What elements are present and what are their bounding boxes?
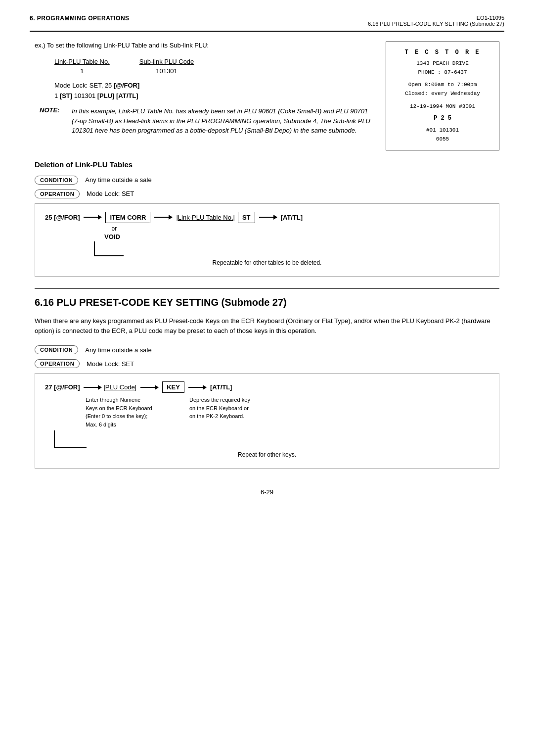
plu-arrow2 bbox=[140, 387, 158, 388]
page: 6. PROGRAMMING OPERATIONS EO1-11095 6.16… bbox=[0, 0, 534, 756]
bottom-bracket bbox=[94, 241, 489, 256]
deletion-condition-badge: CONDITION bbox=[35, 176, 78, 185]
plu-bottom-bracket bbox=[54, 430, 489, 448]
arrowhead2 bbox=[169, 215, 173, 220]
arrowhead3 bbox=[273, 215, 277, 220]
plu-section-desc: When there are any keys programmed as PL… bbox=[35, 316, 499, 337]
sub1-l1: Enter through Numeric bbox=[86, 396, 165, 404]
st-box: ST bbox=[238, 212, 255, 223]
plu-arrowhead2 bbox=[155, 385, 159, 390]
receipt-code1: #01 101301 bbox=[394, 126, 491, 135]
plu-attl-end: [AT/TL] bbox=[210, 383, 232, 391]
sub2-l2: on the ECR Keyboard or bbox=[189, 404, 268, 413]
plu-operation-row: OPERATION Mode Lock: SET bbox=[35, 359, 499, 368]
key-box: KEY bbox=[162, 381, 184, 393]
header-left: 6. PROGRAMMING OPERATIONS bbox=[30, 15, 130, 22]
plu-label: [PLU] bbox=[97, 92, 115, 99]
plu-section-heading: 6.16 PLU PRESET-CODE KEY SETTING (Submod… bbox=[35, 288, 499, 308]
sub2-l1: Depress the required key bbox=[189, 396, 268, 404]
header-right: EO1-11095 6.16 PLU PRESET-CODE KEY SETTI… bbox=[368, 15, 504, 27]
plu-sublabel1: Enter through Numeric Keys on the ECR Ke… bbox=[86, 396, 165, 428]
plu-code-label: |PLU Code| bbox=[103, 383, 136, 391]
h-line-bottom bbox=[95, 255, 124, 256]
section-ref: 6.16 PLU PRESET-CODE KEY SETTING (Submod… bbox=[368, 21, 504, 27]
deletion-heading: Deletion of Link-PLU Tables bbox=[35, 160, 499, 169]
receipt-store: T E C S T O R E bbox=[394, 48, 491, 57]
plu-arrow3 bbox=[188, 387, 206, 388]
plu-arrow-line3 bbox=[188, 387, 206, 388]
at-for-label: [@/FOR] bbox=[114, 82, 139, 89]
or-text: or bbox=[112, 225, 117, 232]
plu-arrow-line1 bbox=[84, 387, 101, 388]
attl-end: [AT/TL] bbox=[281, 214, 303, 221]
item-corr-box: ITEM CORR bbox=[105, 212, 150, 223]
top-left: ex.) To set the following Link-PLU Table… bbox=[35, 42, 371, 145]
plu-repeat-note: Repeat for other keys. bbox=[45, 451, 489, 458]
deletion-repeat-note: Repeatable for other tables to be delete… bbox=[45, 259, 489, 266]
deletion-operation-badge: OPERATION bbox=[35, 189, 80, 198]
plu-arrowhead1 bbox=[98, 385, 102, 390]
bracket-container: or VOID bbox=[101, 225, 120, 240]
footer-page: 6-29 bbox=[35, 488, 499, 496]
plu-sublabel2: Depress the required key on the ECR Keyb… bbox=[189, 396, 268, 421]
sub1-l4: Max. 6 digits bbox=[86, 421, 165, 429]
content-area: ex.) To set the following Link-PLU Table… bbox=[30, 42, 504, 496]
plu-condition-text: Any time outside a sale bbox=[85, 346, 151, 354]
plu-arrow-line2 bbox=[140, 387, 158, 388]
note-text: In this example, Link-PLU Table No. has … bbox=[72, 106, 371, 136]
col1-value: 1 bbox=[80, 67, 84, 75]
link-plu-label: |Link-PLU Table No.| bbox=[176, 214, 235, 221]
plu-condition-row: CONDITION Any time outside a sale bbox=[35, 345, 499, 354]
col1-header: Link-PLU Table No. bbox=[54, 58, 110, 65]
arrow1 bbox=[84, 217, 101, 218]
receipt-phone: PHONE : 87-6437 bbox=[394, 68, 491, 77]
receipt-closed: Closed: every Wednesday bbox=[394, 90, 491, 98]
receipt-open: Open 8:00am to 7:00pm bbox=[394, 81, 491, 90]
sub1-l2: Keys on the ECR Keyboard bbox=[86, 404, 165, 413]
st-label: [ST] bbox=[60, 92, 72, 99]
ex-line: ex.) To set the following Link-PLU Table… bbox=[35, 42, 371, 49]
deletion-condition-text: Any time outside a sale bbox=[85, 176, 151, 184]
top-section: ex.) To set the following Link-PLU Table… bbox=[35, 42, 499, 150]
receipt-date: 12-19-1994 MON #3001 bbox=[394, 102, 491, 111]
void-box: VOID bbox=[104, 233, 120, 240]
receipt-code2: 0055 bbox=[394, 135, 491, 144]
plu-operation-text: Mode Lock: SET bbox=[87, 360, 134, 368]
arrow-line3 bbox=[259, 217, 277, 218]
plu-flow-diagram: 27 [@/FOR] |PLU Code| KEY bbox=[35, 373, 499, 469]
sub2-l3: on the PK-2 Keyboard. bbox=[189, 412, 268, 421]
note-label: NOTE: bbox=[40, 106, 67, 136]
page-header: 6. PROGRAMMING OPERATIONS EO1-11095 6.16… bbox=[30, 15, 504, 32]
arrow2 bbox=[154, 217, 172, 218]
arrowhead1 bbox=[98, 215, 102, 220]
arrow3 bbox=[259, 217, 277, 218]
flow-or-row: or VOID bbox=[45, 225, 489, 240]
deletion-operation-row: OPERATION Mode Lock: SET bbox=[35, 189, 499, 198]
plu-flow-start: 27 [@/FOR] bbox=[45, 383, 80, 391]
doc-number: EO1-11095 bbox=[368, 15, 504, 21]
flow-main-row: 25 [@/FOR] ITEM CORR |Link-PLU Table No.… bbox=[45, 212, 489, 223]
attl-label: [AT/TL] bbox=[116, 92, 138, 99]
receipt-box: T E C S T O R E 1343 PEACH DRIVE PHONE :… bbox=[386, 42, 499, 150]
flow-start: 25 [@/FOR] bbox=[45, 214, 80, 221]
plu-arrow1 bbox=[84, 387, 101, 388]
receipt-addr: 1343 PEACH DRIVE bbox=[394, 59, 491, 68]
arrow-line2 bbox=[154, 217, 172, 218]
arrow-line1 bbox=[84, 217, 101, 218]
col1: Link-PLU Table No. 1 bbox=[54, 58, 110, 75]
mode-lock-line2: 1 [ST] 101301 [PLU] [AT/TL] bbox=[54, 92, 371, 99]
table-setup: Link-PLU Table No. 1 Sub-link PLU Code 1… bbox=[54, 58, 371, 75]
deletion-flow-diagram: 25 [@/FOR] ITEM CORR |Link-PLU Table No.… bbox=[35, 203, 499, 277]
v-line-left bbox=[94, 241, 95, 256]
plu-v-line-left bbox=[54, 430, 55, 448]
mode-lock-line1: Mode Lock: SET, 25 [@/FOR] bbox=[54, 82, 371, 89]
col2: Sub-link PLU Code 101301 bbox=[139, 58, 194, 75]
deletion-operation-text: Mode Lock: SET bbox=[87, 190, 134, 197]
sub1-l3: (Enter 0 to close the key); bbox=[86, 412, 165, 421]
col2-value: 101301 bbox=[156, 67, 177, 75]
plu-flow-main: 27 [@/FOR] |PLU Code| KEY bbox=[45, 381, 489, 393]
plu-operation-badge: OPERATION bbox=[35, 359, 80, 368]
plu-condition-badge: CONDITION bbox=[35, 345, 78, 354]
plu-arrowhead3 bbox=[203, 385, 207, 390]
plu-sublabels: Enter through Numeric Keys on the ECR Ke… bbox=[86, 396, 489, 428]
